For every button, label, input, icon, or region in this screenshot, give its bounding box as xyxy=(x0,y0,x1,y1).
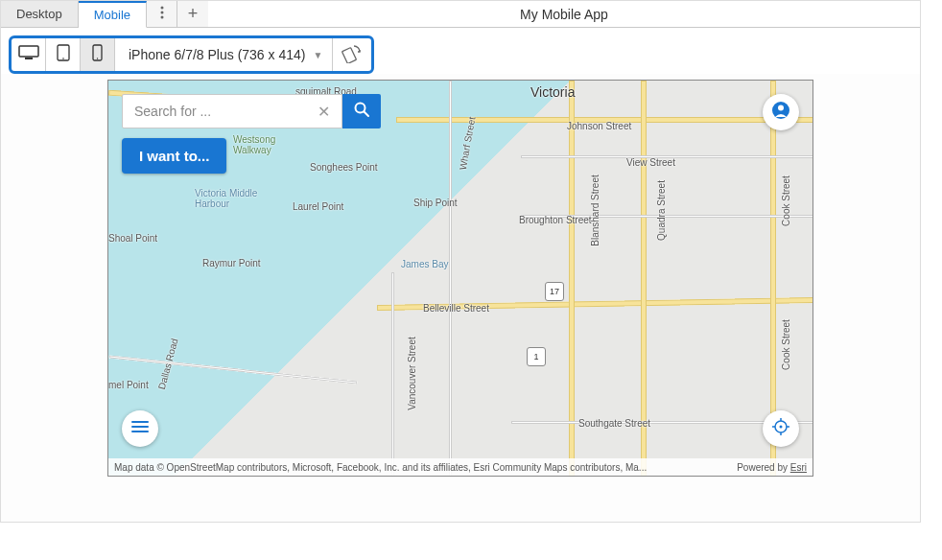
tab-bar: Desktop Mobile + My Mobile App xyxy=(1,1,920,28)
tab-overflow-button[interactable] xyxy=(147,1,177,28)
attribution-prefix: Powered by xyxy=(737,462,790,473)
tab-desktop-label: Desktop xyxy=(16,7,62,21)
phone-icon xyxy=(92,44,103,65)
search-row: Search for ... ✕ xyxy=(122,94,381,128)
attribution-right: Powered by Esri xyxy=(737,462,807,473)
tab-mobile[interactable]: Mobile xyxy=(79,1,147,28)
svg-point-2 xyxy=(160,15,163,18)
rotate-icon xyxy=(341,42,363,67)
svg-rect-4 xyxy=(25,58,33,59)
search-icon xyxy=(353,101,370,122)
rotate-button[interactable] xyxy=(333,38,371,71)
app-title: My Mobile App xyxy=(208,1,920,27)
menu-button[interactable] xyxy=(122,410,158,447)
chevron-down-icon: ▼ xyxy=(313,50,322,60)
clear-icon[interactable]: ✕ xyxy=(314,103,334,121)
device-desktop-button[interactable] xyxy=(12,38,46,71)
attribution-bar: Map data © OpenStreetMap contributors, M… xyxy=(108,458,812,476)
tab-desktop[interactable]: Desktop xyxy=(1,1,79,27)
user-button[interactable] xyxy=(763,94,799,130)
svg-point-6 xyxy=(62,58,64,59)
search-button[interactable] xyxy=(342,94,381,128)
search-placeholder: Search for ... xyxy=(134,104,314,119)
device-toolbar: iPhone 6/7/8 Plus (736 x 414) ▼ xyxy=(9,35,374,74)
svg-point-0 xyxy=(160,6,163,9)
tab-actions: + xyxy=(147,1,208,27)
attribution-esri-link[interactable]: Esri xyxy=(790,462,807,473)
tab-add-button[interactable]: + xyxy=(177,1,208,28)
crosshair-icon xyxy=(771,417,790,440)
app-shell: Desktop Mobile + My Mobile App xyxy=(0,0,921,523)
device-select-label: iPhone 6/7/8 Plus (736 x 414) xyxy=(129,47,305,62)
device-tablet-button[interactable] xyxy=(46,38,81,71)
svg-rect-9 xyxy=(342,48,357,63)
kebab-icon xyxy=(160,6,164,23)
device-select[interactable]: iPhone 6/7/8 Plus (736 x 414) ▼ xyxy=(115,38,333,71)
svg-point-1 xyxy=(160,11,163,13)
svg-rect-3 xyxy=(19,46,38,57)
plus-icon: + xyxy=(188,4,199,24)
svg-point-8 xyxy=(97,58,98,58)
preview-area: Victoria squimalt Road Westsong Walkway … xyxy=(1,74,920,522)
iwantto-button[interactable]: I want to... xyxy=(122,138,226,174)
hamburger-icon xyxy=(131,420,149,437)
user-icon xyxy=(771,101,790,124)
device-phone-button[interactable] xyxy=(81,38,115,71)
device-frame: Victoria squimalt Road Westsong Walkway … xyxy=(107,80,813,477)
attribution-text: Map data © OpenStreetMap contributors, M… xyxy=(114,462,647,473)
search-input[interactable]: Search for ... ✕ xyxy=(122,94,342,128)
locate-button[interactable] xyxy=(763,410,799,447)
svg-line-11 xyxy=(365,112,369,117)
tablet-icon xyxy=(57,44,70,65)
tab-mobile-label: Mobile xyxy=(94,8,130,22)
svg-point-18 xyxy=(780,426,783,429)
monitor-icon xyxy=(18,45,39,64)
iwantto-label: I want to... xyxy=(139,148,209,164)
svg-point-16 xyxy=(778,105,784,111)
